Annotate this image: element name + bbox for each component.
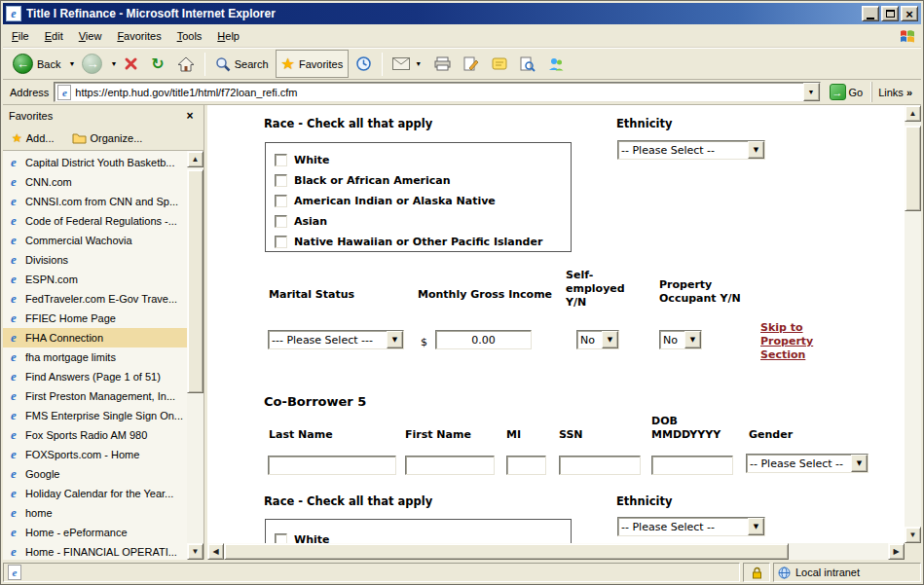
favorites-item[interactable]: eDivisions [3, 250, 187, 270]
go-button[interactable]: → Go [826, 82, 868, 102]
ie-favicon: e [7, 526, 20, 539]
ie-favicon: e [7, 389, 20, 403]
vertical-scrollbar[interactable]: ▲ ▼ [905, 105, 921, 543]
favorites-button[interactable]: ★ Favorites [276, 50, 350, 78]
favorites-item[interactable]: eGoogle [3, 464, 187, 484]
scroll-down-icon[interactable]: ▼ [905, 527, 921, 543]
monthly-income-input[interactable] [435, 330, 532, 349]
menu-edit[interactable]: Edit [37, 26, 71, 46]
scroll-up-icon[interactable]: ▲ [187, 151, 203, 167]
favorites-item[interactable]: eFox Sports Radio AM 980 [3, 425, 187, 445]
gender-select[interactable]: -- Please Select -- ▼ [746, 454, 869, 473]
race-asian-checkbox[interactable] [275, 215, 287, 228]
skip-to-property-link[interactable]: Skip to Property Section [760, 321, 821, 362]
scroll-down-icon[interactable]: ▼ [187, 543, 203, 560]
favorites-scrollbar[interactable]: ▲ ▼ [187, 151, 203, 560]
menu-file[interactable]: File [4, 26, 37, 46]
favorites-item[interactable]: eFirst Preston Management, In... [3, 386, 187, 406]
search-button[interactable]: Search [209, 50, 275, 78]
race-pacific-islander-checkbox[interactable] [275, 236, 287, 248]
address-dropdown[interactable]: ▼ [803, 83, 820, 101]
favorites-item[interactable]: eCNN.com [3, 172, 187, 192]
menu-view[interactable]: View [71, 26, 110, 46]
favorites-item[interactable]: eHome - ePeformance [3, 523, 187, 542]
forward-button[interactable]: → [76, 50, 108, 78]
favorites-item[interactable]: eFind Answers (Page 1 of 51) [3, 367, 187, 386]
mail-button[interactable]: ▼ [387, 50, 427, 78]
favorites-item[interactable]: eHome - FINANCIAL OPERATI... [3, 542, 187, 560]
messenger-button[interactable] [542, 50, 570, 78]
favorites-organize-button[interactable]: Organize... [69, 130, 146, 146]
favorites-item[interactable]: eFMS Enterprise Single Sign On... [3, 406, 187, 425]
favorites-item[interactable]: eFFIEC Home Page [3, 309, 187, 328]
property-occupant-select[interactable]: No ▼ [659, 330, 702, 349]
add-favorite-icon: ★ [12, 132, 22, 144]
address-input[interactable]: e https://entp.hud.gov/title1/html/f72lo… [54, 82, 820, 102]
vertical-scroll-track[interactable] [905, 122, 921, 527]
favorites-scroll-thumb[interactable] [187, 169, 203, 393]
favorites-item[interactable]: eCommercial Wachovia [3, 231, 187, 250]
history-button[interactable] [350, 50, 378, 78]
edit-button[interactable] [458, 50, 485, 78]
race-white-checkbox-2[interactable] [275, 533, 287, 543]
favorites-scroll-track[interactable] [187, 167, 203, 543]
horizontal-scroll-thumb[interactable] [224, 543, 789, 560]
menu-tools[interactable]: Tools [169, 26, 210, 46]
scroll-left-icon[interactable]: ◀ [207, 543, 224, 560]
page-viewport: Race - Check all that apply Ethnicity --… [207, 105, 921, 560]
first-name-input[interactable] [405, 456, 495, 475]
favorites-item[interactable]: eFOXSports.com - Home [3, 445, 187, 464]
favorites-item-label: CNN.com [25, 176, 72, 188]
discuss-button[interactable] [486, 50, 513, 78]
favorites-add-button[interactable]: ★ Add... [9, 130, 57, 146]
menu-help[interactable]: Help [209, 26, 247, 46]
favorites-item-label: ESPN.com [25, 274, 78, 285]
dob-input[interactable] [651, 456, 733, 475]
back-dropdown[interactable]: ▼ [68, 60, 75, 67]
menu-bar: File Edit View Favorites Tools Help [3, 24, 921, 48]
favorites-item-label: Code of Federal Regulations -... [25, 215, 177, 227]
back-button[interactable]: ← Back [7, 50, 66, 78]
maximize-button[interactable] [881, 6, 899, 21]
links-bar[interactable]: Links » [871, 82, 918, 102]
favorites-item[interactable]: eHoliday Calendar for the Year... [3, 484, 187, 503]
horizontal-scroll-track[interactable] [224, 543, 888, 560]
self-employed-select[interactable]: No ▼ [576, 330, 619, 349]
home-button[interactable] [171, 50, 201, 78]
research-button[interactable] [514, 50, 541, 78]
race-white-checkbox[interactable] [275, 154, 287, 166]
race-american-indian-checkbox[interactable] [275, 195, 287, 207]
favorites-item-selected[interactable]: eFHA Connection [3, 328, 187, 347]
ssn-input[interactable] [559, 456, 641, 475]
forward-dropdown[interactable]: ▼ [110, 60, 117, 67]
race-black-checkbox[interactable] [275, 174, 287, 187]
last-name-input[interactable] [268, 456, 396, 475]
favorites-list: eCapital District Youth Basketb... eCNN.… [3, 151, 187, 560]
favorites-item[interactable]: eCapital District Youth Basketb... [3, 153, 187, 172]
refresh-button[interactable]: ↻ [145, 50, 169, 78]
favorites-item[interactable]: ehome [3, 503, 187, 523]
stop-button[interactable] [118, 50, 144, 78]
favorites-item[interactable]: eCNNSI.com from CNN and Sp... [3, 192, 187, 211]
marital-status-select[interactable]: --- Please Select --- ▼ [268, 330, 404, 349]
horizontal-scrollbar[interactable]: ◀ ▶ [207, 543, 905, 560]
ethnicity-select[interactable]: -- Please Select -- ▼ [617, 140, 765, 160]
favorites-item[interactable]: eESPN.com [3, 270, 187, 289]
favorites-item[interactable]: eFedTraveler.com E-Gov Trave... [3, 289, 187, 309]
ethnicity-select-2[interactable]: -- Please Select -- ▼ [617, 517, 765, 536]
favorites-item[interactable]: efha mortgage limits [3, 347, 187, 367]
chevron-down-icon: ▼ [748, 518, 764, 535]
menu-favorites[interactable]: Favorites [109, 26, 168, 46]
minimize-button[interactable] [862, 6, 879, 21]
address-label: Address [6, 87, 49, 98]
currency-symbol: $ [421, 336, 427, 348]
mi-input[interactable] [506, 456, 546, 475]
close-button[interactable]: × [901, 6, 918, 21]
scroll-right-icon[interactable]: ▶ [888, 543, 905, 560]
print-button[interactable] [428, 50, 457, 78]
vertical-scroll-thumb[interactable] [905, 126, 921, 211]
favorites-item[interactable]: eCode of Federal Regulations -... [3, 211, 187, 231]
security-zone-label: Local intranet [795, 567, 860, 578]
favorites-close-button[interactable]: × [182, 109, 198, 123]
scroll-up-icon[interactable]: ▲ [905, 105, 921, 122]
